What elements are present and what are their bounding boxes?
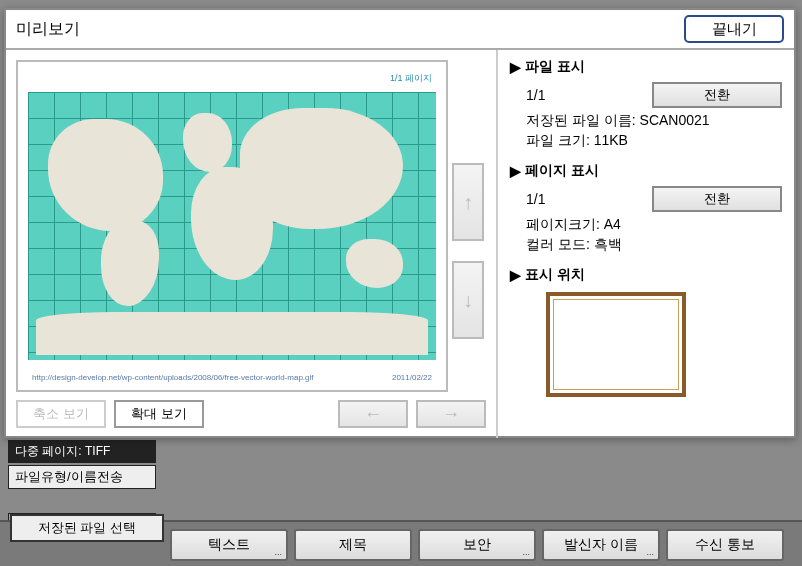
saved-file-name: 저장된 파일 이름: SCAN0021 xyxy=(526,112,782,130)
display-position-header: ▶ 표시 위치 xyxy=(510,266,782,284)
date-label: 2011/02/22 xyxy=(392,373,432,382)
preview-image: 1/1 페이지 http://design-develop.net/wp-con… xyxy=(16,60,448,392)
footer-receipt-button[interactable]: 수신 통보 xyxy=(666,529,784,561)
arrow-right-icon: → xyxy=(442,404,460,425)
multi-page-label: 다중 페이지: TIFF xyxy=(8,440,156,463)
page-count: 1/1 xyxy=(526,191,545,207)
footer-sender-button[interactable]: 발신자 이름... xyxy=(542,529,660,561)
page-display-header: ▶ 페이지 표시 xyxy=(510,162,782,180)
saved-file-select-button[interactable]: 저장된 파일 선택 xyxy=(10,514,164,542)
finish-button[interactable]: 끝내기 xyxy=(684,15,784,43)
prev-page-button[interactable]: ← xyxy=(338,400,408,428)
scroll-up-button[interactable]: ↑ xyxy=(452,163,484,241)
file-count: 1/1 xyxy=(526,87,545,103)
next-page-button[interactable]: → xyxy=(416,400,486,428)
file-display-header: ▶ 파일 표시 xyxy=(510,58,782,76)
page-switch-button[interactable]: 전환 xyxy=(652,186,782,212)
position-thumbnail[interactable] xyxy=(546,292,686,397)
scroll-down-button[interactable]: ↓ xyxy=(452,261,484,339)
zoom-out-button[interactable]: 축소 보기 xyxy=(16,400,106,428)
preview-dialog: 미리보기 끝내기 1/1 페이지 http:/ xyxy=(4,8,796,438)
source-url: http://design-develop.net/wp-content/upl… xyxy=(32,373,314,382)
triangle-right-icon: ▶ xyxy=(510,267,521,283)
page-indicator: 1/1 페이지 xyxy=(390,72,432,85)
arrow-down-icon: ↓ xyxy=(463,289,473,312)
dialog-title: 미리보기 xyxy=(16,19,684,40)
footer-security-button[interactable]: 보안... xyxy=(418,529,536,561)
color-mode: 컬러 모드: 흑백 xyxy=(526,236,782,254)
zoom-in-button[interactable]: 확대 보기 xyxy=(114,400,204,428)
footer-bar: 저장된 파일 선택 텍스트... 제목 보안... 발신자 이름... 수신 통… xyxy=(0,520,802,566)
footer-text-button[interactable]: 텍스트... xyxy=(170,529,288,561)
arrow-left-icon: ← xyxy=(364,404,382,425)
page-size: 페이지크기: A4 xyxy=(526,216,782,234)
triangle-right-icon: ▶ xyxy=(510,163,521,179)
file-switch-button[interactable]: 전환 xyxy=(652,82,782,108)
footer-title-button[interactable]: 제목 xyxy=(294,529,412,561)
file-size: 파일 크기: 11KB xyxy=(526,132,782,150)
world-map-image xyxy=(28,92,436,360)
file-type-button[interactable]: 파일유형/이름전송 xyxy=(8,465,156,489)
triangle-right-icon: ▶ xyxy=(510,59,521,75)
arrow-up-icon: ↑ xyxy=(463,191,473,214)
